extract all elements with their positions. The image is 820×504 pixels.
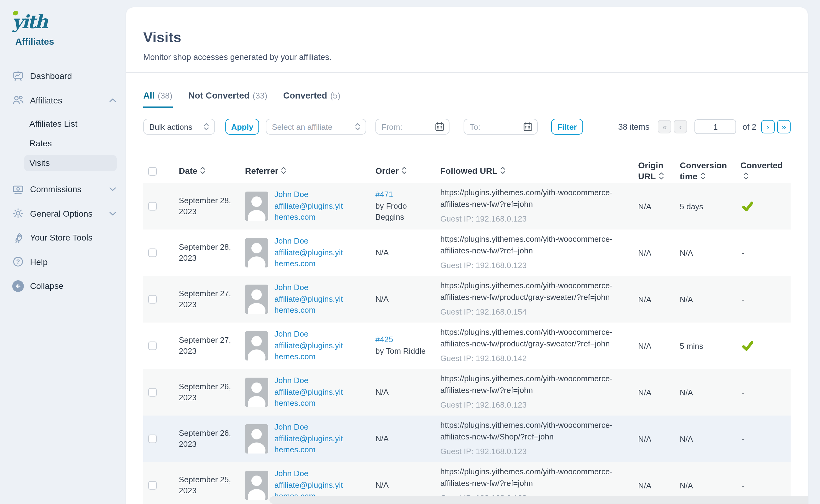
sidebar-item-label: Dashboard bbox=[30, 71, 72, 81]
product-label: Affiliates bbox=[15, 36, 126, 47]
row-checkbox[interactable] bbox=[148, 388, 157, 397]
referrer-email-link[interactable]: affiliate@plugins.yithemes.com bbox=[274, 433, 346, 456]
order-link[interactable]: #425 bbox=[375, 334, 434, 346]
row-checkbox-cell bbox=[143, 481, 179, 490]
referrer-name-link[interactable]: John Doe bbox=[274, 282, 346, 293]
next-page-button[interactable]: › bbox=[761, 120, 775, 133]
sidebar-item-affiliates-list[interactable]: Affiliates List bbox=[24, 115, 117, 132]
referrer-name-link[interactable]: John Doe bbox=[274, 468, 346, 480]
followed-url-cell: https://plugins.yithemes.com/yith-woocom… bbox=[440, 420, 638, 458]
sort-icon[interactable] bbox=[743, 172, 748, 182]
referrer-email-link[interactable]: affiliate@plugins.yithemes.com bbox=[274, 247, 346, 270]
current-page-input[interactable] bbox=[695, 119, 736, 134]
last-page-button[interactable]: » bbox=[777, 120, 791, 133]
followed-url-cell: https://plugins.yithemes.com/yith-woocom… bbox=[440, 187, 638, 225]
sidebar-item-help[interactable]: ?Help bbox=[12, 254, 116, 269]
row-checkbox[interactable] bbox=[148, 248, 157, 257]
referrer-email-link[interactable]: affiliate@plugins.yithemes.com bbox=[274, 293, 346, 316]
referrer-name-link[interactable]: John Doe bbox=[274, 375, 346, 386]
yith-logo-text: yith bbox=[12, 12, 47, 32]
sort-icon[interactable] bbox=[659, 172, 664, 182]
followed-url: https://plugins.yithemes.com/yith-woocom… bbox=[440, 280, 628, 303]
conversion-time: N/A bbox=[680, 388, 740, 397]
referrer-email-link[interactable]: affiliate@plugins.yithemes.com bbox=[274, 340, 346, 363]
column-header-conversion-time[interactable]: Conversion time bbox=[680, 160, 740, 182]
row-checkbox-cell bbox=[143, 342, 179, 350]
table-row: September 26, 2023 John Doe affiliate@pl… bbox=[143, 369, 791, 416]
row-checkbox[interactable] bbox=[148, 202, 157, 211]
column-header-converted[interactable]: Converted bbox=[740, 160, 793, 182]
sidebar-item-affiliates[interactable]: Affiliates bbox=[12, 93, 116, 107]
referrer-name-link[interactable]: John Doe bbox=[274, 328, 346, 340]
referrer-name-link[interactable]: John Doe bbox=[274, 235, 346, 247]
order-link[interactable]: #471 bbox=[375, 189, 434, 200]
sort-icon[interactable] bbox=[701, 172, 706, 182]
chevron-down-icon bbox=[109, 211, 116, 216]
select-arrows-icon bbox=[355, 122, 360, 131]
sidebar-item-commissions[interactable]: Commissions bbox=[12, 182, 116, 196]
calendar-icon[interactable] bbox=[435, 122, 445, 132]
apply-button[interactable]: Apply bbox=[225, 119, 259, 135]
sort-icon[interactable] bbox=[501, 166, 506, 177]
collapse-icon bbox=[12, 280, 24, 292]
column-header-origin-url[interactable]: Origin URL bbox=[638, 160, 680, 182]
table-row: September 27, 2023 John Doe affiliate@pl… bbox=[143, 276, 791, 323]
referrer-cell: John Doe affiliate@plugins.yithemes.com bbox=[245, 282, 375, 316]
row-checkbox[interactable] bbox=[148, 342, 157, 350]
row-checkbox[interactable] bbox=[148, 435, 157, 443]
tab-count: (38) bbox=[158, 91, 172, 100]
bulk-actions-select[interactable]: Bulk actions bbox=[143, 119, 215, 135]
sort-icon[interactable] bbox=[200, 166, 205, 177]
converted-cell: - bbox=[740, 248, 793, 257]
toolbar: Bulk actions Apply Select an affiliate F… bbox=[126, 108, 808, 135]
sidebar-item-collapse[interactable]: Collapse bbox=[12, 278, 116, 293]
referrer-text: John Doe affiliate@plugins.yithemes.com bbox=[274, 328, 346, 363]
help-icon: ? bbox=[12, 256, 24, 267]
sidebar-item-your-store-tools[interactable]: Your Store Tools bbox=[12, 230, 116, 245]
tab-label: Not Converted bbox=[188, 91, 249, 100]
order-byline: by Tom Riddle bbox=[375, 346, 434, 357]
guest-ip: Guest IP: 192.168.0.123 bbox=[440, 400, 628, 412]
referrer-email-link[interactable]: affiliate@plugins.yithemes.com bbox=[274, 200, 346, 223]
sidebar-item-general-options[interactable]: General Options bbox=[12, 206, 116, 221]
calendar-icon[interactable] bbox=[523, 122, 533, 132]
first-page-button[interactable]: « bbox=[658, 120, 672, 133]
guest-ip: Guest IP: 192.168.0.142 bbox=[440, 353, 628, 365]
select-all-checkbox[interactable] bbox=[148, 167, 157, 176]
date-from-input[interactable] bbox=[376, 121, 430, 132]
row-checkbox[interactable] bbox=[148, 295, 157, 304]
date-to-input[interactable] bbox=[464, 121, 518, 132]
tab-all[interactable]: All(38) bbox=[143, 91, 172, 108]
converted-dash: - bbox=[742, 481, 744, 490]
column-header-order[interactable]: Order bbox=[375, 166, 440, 177]
sort-icon[interactable] bbox=[281, 166, 286, 177]
sidebar-item-label: General Options bbox=[30, 208, 92, 218]
filter-button[interactable]: Filter bbox=[551, 119, 583, 135]
sidebar-item-dashboard[interactable]: Dashboard bbox=[12, 69, 116, 83]
conversion-time: N/A bbox=[680, 295, 740, 304]
avatar bbox=[245, 285, 268, 314]
row-checkbox-cell bbox=[143, 248, 179, 257]
affiliate-select[interactable]: Select an affiliate bbox=[266, 119, 366, 135]
followed-url-cell: https://plugins.yithemes.com/yith-woocom… bbox=[440, 373, 638, 411]
referrer-name-link[interactable]: John Doe bbox=[274, 421, 346, 433]
order-cell: N/A bbox=[375, 247, 440, 259]
sort-icon[interactable] bbox=[402, 166, 406, 177]
horizontal-scrollbar[interactable] bbox=[269, 496, 808, 504]
tab-converted[interactable]: Converted(5) bbox=[283, 91, 340, 108]
tab-not-converted[interactable]: Not Converted(33) bbox=[188, 91, 267, 108]
previous-page-button[interactable]: ‹ bbox=[674, 120, 687, 133]
referrer-email-link[interactable]: affiliate@plugins.yithemes.com bbox=[274, 386, 346, 409]
conversion-time: 5 mins bbox=[680, 341, 740, 350]
sidebar-item-rates[interactable]: Rates bbox=[24, 135, 117, 151]
column-header-referrer[interactable]: Referrer bbox=[245, 166, 375, 177]
sidebar-item-visits[interactable]: Visits bbox=[24, 155, 117, 171]
row-checkbox[interactable] bbox=[148, 481, 157, 490]
referrer-name-link[interactable]: John Doe bbox=[274, 189, 346, 200]
column-header-date[interactable]: Date bbox=[179, 166, 245, 177]
column-header-followed-url[interactable]: Followed URL bbox=[440, 166, 638, 177]
tab-count: (33) bbox=[253, 91, 267, 100]
page-subtitle: Monitor shop accesses generated by your … bbox=[143, 53, 791, 62]
avatar bbox=[245, 238, 268, 267]
referrer-text: John Doe affiliate@plugins.yithemes.com bbox=[274, 189, 346, 223]
